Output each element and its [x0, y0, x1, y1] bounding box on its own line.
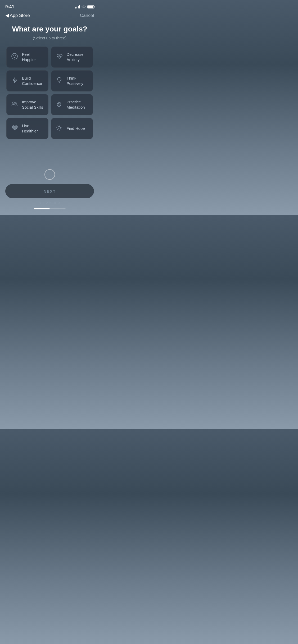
- smiley-icon: [10, 53, 19, 62]
- svg-point-2: [15, 55, 16, 56]
- goal-build-confidence[interactable]: Build Confidence: [6, 70, 48, 91]
- page-content: What are your goals? (Select up to three…: [0, 20, 99, 139]
- flame-icon: [55, 100, 64, 109]
- goal-feel-happier[interactable]: Feel Happier: [6, 47, 48, 68]
- next-button-label: NEXT: [43, 189, 56, 194]
- svg-line-14: [61, 126, 61, 126]
- page-subtitle: (Select up to three): [5, 36, 94, 40]
- page-title: What are your goals?: [5, 25, 94, 34]
- status-time: 9:41: [5, 4, 14, 10]
- progress-bar-fill: [34, 208, 50, 209]
- bottom-area: NEXT STEP 2 OF 4: [0, 169, 99, 215]
- svg-point-6: [15, 102, 17, 104]
- goals-grid: Feel Happier Decrease Anxiety Build Conf…: [5, 47, 94, 139]
- goal-practice-meditation-label: Practice Meditation: [67, 99, 89, 110]
- back-label: App Store: [10, 13, 30, 18]
- goal-live-healthier[interactable]: Live Healthier: [6, 118, 48, 139]
- heart-icon: [10, 124, 19, 133]
- svg-point-7: [58, 126, 61, 129]
- svg-point-1: [13, 55, 14, 56]
- goal-decrease-anxiety-label: Decrease Anxiety: [67, 52, 89, 62]
- lightning-icon: [10, 76, 19, 85]
- goal-improve-social-skills-label: Improve Social Skills: [22, 99, 44, 110]
- goal-think-positively[interactable]: Think Positively: [51, 70, 93, 91]
- goal-feel-happier-label: Feel Happier: [22, 52, 44, 62]
- goal-find-hope-label: Find Hope: [67, 126, 85, 131]
- goal-build-confidence-label: Build Confidence: [22, 76, 44, 86]
- status-bar: 9:41: [0, 0, 99, 12]
- status-icons: [75, 5, 94, 9]
- home-indicator: [44, 169, 55, 180]
- back-button[interactable]: ◀ App Store: [5, 13, 30, 18]
- goal-think-positively-label: Think Positively: [67, 76, 89, 86]
- lightbulb-icon: [55, 76, 64, 85]
- sun-icon: [55, 124, 64, 133]
- svg-point-0: [12, 53, 17, 59]
- goal-live-healthier-label: Live Healthier: [22, 123, 44, 134]
- goal-improve-social-skills[interactable]: Improve Social Skills: [6, 94, 48, 115]
- back-chevron-icon: ◀: [5, 13, 9, 18]
- battery-icon: [87, 5, 94, 8]
- goal-find-hope[interactable]: Find Hope: [51, 118, 93, 139]
- goal-practice-meditation[interactable]: Practice Meditation: [51, 94, 93, 115]
- svg-line-13: [61, 129, 61, 130]
- cancel-button[interactable]: Cancel: [80, 13, 94, 18]
- svg-line-15: [57, 129, 58, 130]
- next-button[interactable]: NEXT: [5, 184, 94, 198]
- nav-bar: ◀ App Store Cancel: [0, 12, 99, 20]
- svg-point-5: [13, 102, 15, 104]
- people-icon: [10, 100, 19, 109]
- signal-icon: [75, 5, 80, 8]
- svg-line-12: [57, 126, 58, 126]
- progress-bar: [34, 208, 66, 209]
- goal-decrease-anxiety[interactable]: Decrease Anxiety: [51, 47, 93, 68]
- step-indicator: STEP 2 OF 4: [39, 201, 60, 205]
- wifi-icon: [82, 5, 86, 9]
- heartbeat-icon: [55, 53, 64, 62]
